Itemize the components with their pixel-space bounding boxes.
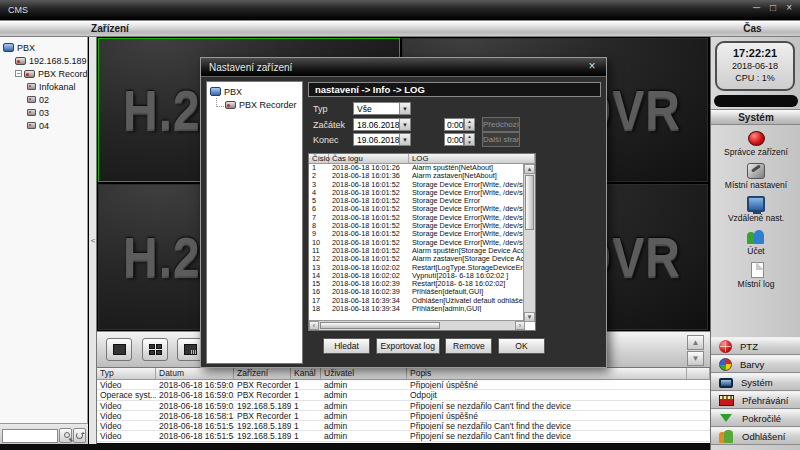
log-row[interactable]: 72018-06-18 16:01:52Storage Device Error… <box>309 214 535 222</box>
ok-button[interactable]: OK <box>498 338 545 354</box>
scroll-left-icon[interactable]: ‹ <box>309 321 319 330</box>
tree-item-192-168-5-189[interactable]: 192.168.5.189 <box>0 54 87 67</box>
prev-page-button[interactable]: Předchozí stran <box>482 117 520 132</box>
spinner-down-icon[interactable]: ▼ <box>465 140 474 146</box>
event-column-typ[interactable]: Typ <box>97 368 156 379</box>
device-settings-dialog: Nastavení zařízení × PBX PBX Recorder na… <box>200 57 607 368</box>
scroll-right-icon[interactable]: › <box>515 321 525 330</box>
spinner-down-icon[interactable]: ▼ <box>465 125 474 131</box>
table-row[interactable]: Video2018-06-18 16:51:54192.168.5.1891ad… <box>97 421 710 431</box>
log-row[interactable]: 112018-06-18 16:01:52Alarm spuštěn[Stora… <box>309 247 535 255</box>
event-column-datum[interactable]: Datum <box>156 368 234 379</box>
log-row[interactable]: 22018-06-18 16:01:36Alarm zastaven[NetAb… <box>309 172 535 180</box>
start-time-spinner[interactable]: ▲▼ <box>464 118 475 131</box>
log-row[interactable]: 142018-06-18 16:02:02Vypnutí[2018- 6-18 … <box>309 272 535 280</box>
log-column-cas-logu[interactable]: Čas logu <box>329 154 409 163</box>
log-row[interactable]: 182018-06-18 16:39:34Přihlášen[admin,GUI… <box>309 305 535 312</box>
log-column-log[interactable]: LOG <box>409 154 535 163</box>
log-row[interactable]: 82018-06-18 16:01:52Storage Device Error… <box>309 222 535 230</box>
log-row[interactable]: 122018-06-18 16:01:52Alarm zastaven[Stor… <box>309 255 535 263</box>
panel-scroll-down-button[interactable]: ▼ <box>687 351 704 366</box>
exportovat-log-button[interactable]: Exportovat log <box>376 338 440 354</box>
barvy-button[interactable]: Barvy <box>711 355 800 373</box>
pokrocile-button[interactable]: Pokročilé <box>711 409 800 427</box>
mistni-nastaveni-button[interactable]: Místní nastavení <box>711 160 800 193</box>
log-row[interactable]: 42018-06-18 16:01:52Storage Device Error… <box>309 189 535 197</box>
log-cell: Alarm spuštěn[NetAbout] <box>409 164 535 172</box>
scroll-up-icon[interactable]: ▲ <box>524 164 535 174</box>
type-select[interactable]: Vše ▼ <box>353 102 411 115</box>
ucet-button[interactable]: Účet <box>711 226 800 259</box>
log-row[interactable]: 32018-06-18 16:01:52Storage Device Error… <box>309 181 535 189</box>
layout-quad-button[interactable] <box>142 338 168 361</box>
layout-single-button[interactable] <box>106 338 132 361</box>
table-row[interactable]: Video2018-06-18 16:58:13PBX Recorder1adm… <box>97 411 710 421</box>
log-column-cislo[interactable]: Číslo <box>309 154 329 163</box>
panel-scroll-up-button[interactable]: ▲ <box>687 335 704 350</box>
collapse-panel-handle[interactable]: < <box>89 233 97 249</box>
status-display <box>714 95 798 107</box>
end-date-select[interactable]: 19.06.2018 ▼ <box>353 133 411 146</box>
tree-item-04[interactable]: 04 <box>0 119 87 132</box>
close-button[interactable]: × <box>786 2 792 13</box>
log-cell: 2018-06-18 16:01:52 <box>329 197 409 205</box>
tree-item-02[interactable]: 02 <box>0 93 87 106</box>
dialog-tree-child[interactable]: PBX Recorder <box>207 98 302 111</box>
tree-item-03[interactable]: 03 <box>0 106 87 119</box>
mistni-log-button[interactable]: Místní log <box>711 259 800 292</box>
window-titlebar[interactable]: CMS <box>0 0 800 20</box>
log-row[interactable]: 162018-06-18 16:02:39Přihlášen[default,G… <box>309 288 535 296</box>
event-column-kanal[interactable]: Kanál <box>291 368 321 379</box>
log-row[interactable]: 12018-06-18 16:01:26Alarm spuštěn[NetAbo… <box>309 164 535 172</box>
dialog-titlebar[interactable]: Nastavení zařízení × <box>201 58 606 77</box>
vzdalene-nast-button[interactable]: Vzdálené nast. <box>711 193 800 226</box>
minimize-button[interactable]: ─ <box>753 2 760 13</box>
system-button[interactable]: Systém <box>711 373 800 391</box>
log-row[interactable]: 52018-06-18 16:01:52Storage Device Error <box>309 197 535 205</box>
chevron-down-icon[interactable]: ▼ <box>399 119 410 130</box>
prehravani-button[interactable]: Přehrávání <box>711 391 800 409</box>
log-row[interactable]: 102018-06-18 16:01:52Storage Device Erro… <box>309 239 535 247</box>
event-column-uzivatel[interactable]: Uživatel <box>321 368 407 379</box>
table-row[interactable]: Operace syst...2018-06-18 16:59:02PBX Re… <box>97 390 710 400</box>
spravce-zarizeni-button[interactable]: Správce zařízení <box>711 127 800 160</box>
log-row[interactable]: 92018-06-18 16:01:52Storage Device Error… <box>309 230 535 238</box>
maximize-button[interactable]: □ <box>770 2 776 13</box>
tree-item-infokanal[interactable]: Infokanal <box>0 80 87 93</box>
chevron-down-icon[interactable]: ▼ <box>399 103 410 114</box>
search-button[interactable] <box>59 428 72 443</box>
log-row[interactable]: 132018-06-18 16:02:02Restart[LogType.Sto… <box>309 264 535 272</box>
log-row[interactable]: 62018-06-18 16:01:52Storage Device Error… <box>309 205 535 213</box>
log-vertical-scrollbar[interactable]: ▲ ▼ <box>523 164 535 322</box>
start-time-input[interactable]: 0:00:00 <box>444 118 464 131</box>
log-row[interactable]: 152018-06-18 16:02:39Restart[2018- 6-18 … <box>309 280 535 288</box>
table-row[interactable]: Video2018-06-18 16:59:02192.168.5.1891ad… <box>97 401 710 411</box>
start-date-select[interactable]: 18.06.2018 ▼ <box>353 118 411 131</box>
dialog-close-button[interactable]: × <box>585 59 599 73</box>
dialog-tree-root[interactable]: PBX <box>207 85 302 98</box>
refresh-button[interactable] <box>73 428 86 443</box>
next-page-button[interactable]: Další strana <box>482 132 520 147</box>
log-horizontal-scrollbar[interactable]: ‹ › <box>309 320 525 330</box>
vscroll-thumb[interactable] <box>525 175 534 230</box>
log-cell: Storage Device Error[Write, /dev/sd0a, 1 <box>409 239 535 247</box>
tree-item-pbx[interactable]: PBX <box>0 41 87 54</box>
tree-item-pbx-recorder[interactable]: −PBX Recorder <box>0 67 87 80</box>
event-column-popis[interactable]: Popis <box>407 368 687 379</box>
chevron-down-icon[interactable]: ▼ <box>399 134 410 145</box>
search-input[interactable] <box>2 429 58 443</box>
scroll-down-icon[interactable]: ▼ <box>524 312 535 322</box>
end-label: Konec <box>313 135 339 145</box>
table-row[interactable]: Video2018-06-18 16:59:02PBX Recorder1adm… <box>97 380 710 390</box>
event-column-zarizeni[interactable]: Zařízení <box>234 368 291 379</box>
hscroll-thumb[interactable] <box>320 322 440 329</box>
collapse-icon[interactable]: − <box>15 70 22 77</box>
remove-button[interactable]: Remove <box>445 338 492 354</box>
odhlaseni-button[interactable]: Odhlášení <box>711 427 800 445</box>
end-time-spinner[interactable]: ▲▼ <box>464 133 475 146</box>
hledat-button[interactable]: Hledat <box>323 338 370 354</box>
log-row[interactable]: 172018-06-18 16:39:34Odhlášen[Uživatel d… <box>309 297 535 305</box>
table-row[interactable]: Video2018-06-18 16:51:54192.168.5.1891ad… <box>97 431 710 441</box>
ptz-button[interactable]: PTZ <box>711 337 800 355</box>
end-time-input[interactable]: 0:00:00 <box>444 133 464 146</box>
